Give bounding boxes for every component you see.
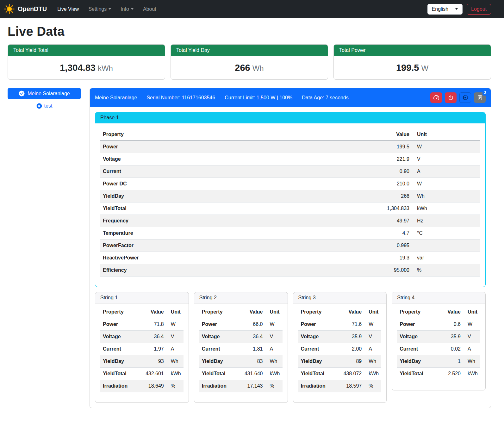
string-table-body: Power 66.0 W Voltage 36.4 V Current 1.81… [199, 318, 283, 392]
table-row: Voltage 35.9 V [397, 331, 480, 343]
card-title: Total Power [334, 45, 491, 56]
unit-cell: A [265, 343, 283, 355]
string-card: String 4 Property Value Unit Power 0.6 W… [392, 292, 486, 390]
string-table: Property Value Unit Power 0.6 W Voltage … [397, 306, 480, 380]
navbar: OpenDTU Live View Settings Info About En… [0, 0, 504, 18]
limit-settings-button[interactable] [430, 92, 442, 103]
table-row: Power 71.6 W [298, 318, 382, 331]
table-row: Current 0.90 A [100, 165, 480, 178]
unit-cell: Hz [412, 215, 480, 227]
string-table: Property Value Unit Power 71.6 W Voltage… [298, 306, 382, 392]
property-cell: YieldTotal [298, 368, 340, 380]
property-cell: Irradiation [199, 380, 241, 392]
value-cell: 1 [439, 355, 463, 368]
phase-panel-title: Phase 1 [95, 112, 485, 123]
table-row: YieldDay 83 Wh [199, 355, 283, 368]
property-cell: Power [298, 318, 340, 331]
column-header-unit: Unit [463, 306, 480, 318]
table-row: YieldTotal 431.640 kWh [199, 368, 283, 380]
value-cell: 18.597 [339, 380, 364, 392]
value-cell: 18.649 [142, 380, 166, 392]
nav-link-info-label: Info [121, 6, 129, 12]
property-cell: Power [397, 318, 439, 331]
property-cell: YieldDay [100, 190, 371, 203]
unit-cell: Wh [364, 355, 381, 368]
value-cell: 0.02 [439, 343, 463, 355]
table-row: PowerFactor 0.995 [100, 240, 480, 252]
table-row: Temperature 4.7 °C [100, 227, 480, 240]
inverter-limit: Current Limit: 1,500 W | 100% [225, 95, 292, 101]
property-cell: YieldTotal [199, 368, 241, 380]
sidebar-item-test[interactable]: test [8, 103, 81, 109]
inverter-select-button[interactable]: Meine Solaranlage [8, 88, 81, 99]
property-cell: Power DC [100, 178, 371, 190]
table-row: Voltage 36.4 V [100, 331, 184, 343]
unit-cell: kWh [463, 368, 480, 380]
total-yield-total-card: Total Yield Total 1,304.83kWh [8, 44, 165, 80]
total-yield-day-card: Total Yield Day 266Wh [171, 44, 328, 80]
table-row: YieldDay 89 Wh [298, 355, 382, 368]
brand[interactable]: OpenDTU [4, 3, 47, 15]
x-circle-icon [36, 103, 42, 109]
table-header-row: Property Value Unit [100, 128, 480, 141]
power-button[interactable] [445, 92, 457, 103]
property-cell: Voltage [199, 331, 241, 343]
string-card-title: String 1 [95, 292, 189, 303]
strings-row: String 1 Property Value Unit Power 71.8 … [95, 292, 486, 403]
language-select[interactable]: English [427, 4, 463, 15]
nav-link-settings[interactable]: Settings [84, 3, 116, 15]
value-cell: 4.7 [371, 227, 412, 240]
event-log-button[interactable]: 2 [474, 92, 486, 103]
unit-cell: V [265, 331, 283, 343]
property-cell: Irradiation [298, 380, 340, 392]
card-unit: W [421, 64, 428, 72]
property-cell: YieldTotal [100, 203, 371, 215]
property-cell: YieldDay [100, 355, 142, 368]
unit-cell [412, 240, 480, 252]
value-cell: 71.6 [339, 318, 364, 331]
property-cell: PowerFactor [100, 240, 371, 252]
unit-cell: V [166, 331, 184, 343]
column-header-property: Property [100, 306, 142, 318]
table-row: Current 1.81 A [199, 343, 283, 355]
unit-cell: Wh [463, 355, 480, 368]
nav-link-info[interactable]: Info [116, 3, 138, 15]
property-cell: YieldDay [397, 355, 439, 368]
property-cell: YieldTotal [100, 368, 142, 380]
chevron-down-icon [109, 8, 111, 10]
property-cell: Temperature [100, 227, 371, 240]
column-header-unit: Unit [364, 306, 381, 318]
inverter-panel: Meine Solaranlage Serial Number: 1161716… [90, 88, 491, 408]
string-card: String 2 Property Value Unit Power 66.0 … [194, 292, 288, 403]
value-cell: 19.3 [371, 252, 412, 264]
value-cell: 89 [339, 355, 364, 368]
value-cell: 199.5 [371, 141, 412, 153]
string-card: String 1 Property Value Unit Power 71.8 … [95, 292, 189, 403]
value-cell: 1.97 [142, 343, 166, 355]
value-cell: 71.8 [142, 318, 166, 331]
unit-cell: % [412, 264, 480, 277]
unit-cell: A [364, 343, 381, 355]
nav-link-about[interactable]: About [138, 3, 161, 15]
property-cell: Efficiency [100, 264, 371, 277]
logout-button[interactable]: Logout [467, 4, 491, 15]
string-table: Property Value Unit Power 71.8 W Voltage… [100, 306, 184, 392]
table-row: ReactivePower 19.3 var [100, 252, 480, 264]
string-card-title: String 4 [392, 292, 485, 303]
column-header-property: Property [397, 306, 439, 318]
table-row: Power 0.6 W [397, 318, 480, 331]
unit-cell: W [265, 318, 283, 331]
device-info-button[interactable] [459, 92, 471, 103]
unit-cell: °C [412, 227, 480, 240]
total-power-card: Total Power 199.5W [333, 44, 491, 80]
cpu-chip-icon [462, 95, 468, 101]
string-table-body: Power 71.6 W Voltage 35.9 V Current 2.00… [298, 318, 382, 392]
nav-link-live-view[interactable]: Live View [53, 3, 84, 15]
property-cell: Frequency [100, 215, 371, 227]
chevron-down-icon [455, 8, 458, 10]
unit-cell: var [412, 252, 480, 264]
table-row: Power 199.5 W [100, 141, 480, 153]
table-row: Voltage 221.9 V [100, 153, 480, 165]
table-row: Efficiency 95.000 % [100, 264, 480, 277]
unit-cell: V [412, 153, 480, 165]
